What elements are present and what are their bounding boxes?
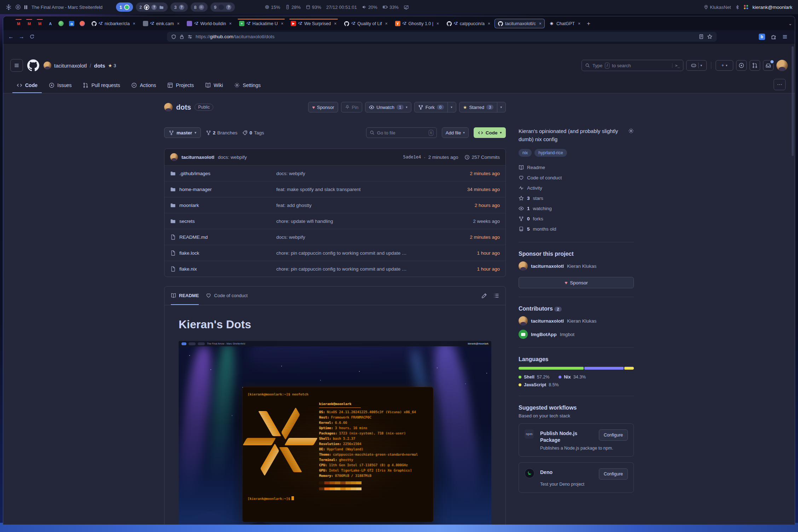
configure-button[interactable]: Configure — [599, 468, 628, 480]
lock-icon[interactable] — [179, 34, 184, 39]
list-all-tabs-icon[interactable]: ⌄ — [788, 21, 792, 26]
workspace-1[interactable]: 1 — [116, 2, 133, 12]
tab-issues[interactable]: Issues — [45, 78, 76, 93]
forks-link[interactable]: 0forks — [519, 214, 634, 223]
pinned-tab-outlook[interactable]: o — [67, 19, 76, 28]
pinned-tab-mail-1[interactable]: M — [14, 19, 23, 28]
pinned-tab-mail-2[interactable]: M — [24, 19, 34, 28]
back-button[interactable]: ← — [8, 34, 14, 40]
close-tab-icon[interactable]: × — [281, 21, 283, 26]
file-row[interactable]: README.md docs: webpify 2 minutes ago — [164, 229, 505, 245]
reader-mode-icon[interactable] — [699, 34, 704, 39]
bookmark-star-icon[interactable] — [707, 34, 712, 39]
file-row[interactable]: .github/images docs: webpify 2 minutes a… — [164, 165, 505, 181]
readme-screenshot[interactable]: The Final Arrow - Marc Streitenfeld kier… — [179, 341, 491, 525]
add-file-button[interactable]: Add file▾ — [442, 127, 469, 138]
create-new-button[interactable]: +▾ — [716, 60, 733, 71]
commit-history-link[interactable]: 257 Commits — [464, 155, 500, 160]
branch-selector[interactable]: master▾ — [164, 127, 201, 138]
contributor-row[interactable]: ImgBotApp Imgbot — [519, 330, 634, 339]
nix-tray-icon[interactable] — [6, 4, 12, 10]
file-row[interactable]: home-manager feat: make spotify and slac… — [164, 181, 505, 197]
file-name[interactable]: .github/images — [179, 171, 210, 176]
commit-hash[interactable]: 5ade1e4 — [403, 155, 421, 160]
tab-projects[interactable]: Projects — [163, 78, 198, 93]
file-name[interactable]: flake.nix — [179, 266, 197, 272]
file-row[interactable]: flake.nix chore: pin catppuccin config t… — [164, 261, 505, 277]
sponsor-avatar[interactable] — [519, 261, 528, 271]
configure-button[interactable]: Configure — [599, 429, 628, 441]
tab-hackatime[interactable]: + zZ Hackatime U × — [236, 19, 287, 28]
app-menu-icon[interactable] — [782, 34, 788, 40]
close-tab-icon[interactable]: × — [539, 21, 542, 26]
tab-ghostty[interactable]: Y zZ Ghostty 1.0 | × — [392, 19, 442, 28]
commit-author[interactable]: taciturnaxolotl — [181, 155, 214, 160]
reload-button[interactable] — [29, 34, 35, 39]
file-commit-message[interactable]: chore: pin catppuccin config to working … — [276, 266, 440, 272]
close-tab-icon[interactable]: × — [578, 21, 580, 26]
global-search-input[interactable]: Type / to search >_ — [582, 60, 683, 71]
stars-link[interactable]: 3stars — [519, 194, 634, 203]
repo-owner-avatar[interactable] — [164, 103, 173, 111]
file-name[interactable]: secrets — [179, 219, 195, 224]
language-shell[interactable]: Shell57.2% — [519, 375, 549, 380]
password-manager-icon[interactable]: b — [759, 34, 765, 40]
file-name[interactable]: home-manager — [179, 187, 212, 192]
breadcrumb-repo[interactable]: dots — [94, 63, 105, 69]
tab-chatgpt[interactable]: ✳ ChatGPT × — [546, 19, 584, 28]
workspace-3[interactable]: 3 ? — [170, 2, 187, 12]
readme-link[interactable]: Readme — [519, 163, 634, 172]
workspace-2[interactable]: 2 ? — [136, 2, 168, 12]
edit-about-gear-icon[interactable] — [628, 128, 634, 134]
tab-eink[interactable]: zZ eink.cam × — [140, 19, 183, 28]
tab-wiki[interactable]: Wiki — [201, 78, 227, 93]
owner-avatar[interactable] — [44, 62, 51, 69]
topic-hyprland-rice[interactable]: hyprland-rice — [534, 149, 567, 157]
file-name[interactable]: flake.lock — [179, 250, 199, 256]
code-button[interactable]: Code▾ — [474, 127, 506, 138]
file-commit-message[interactable]: docs: webpify — [276, 235, 440, 240]
code-of-conduct-tab[interactable]: Code of conduct — [206, 287, 248, 305]
url-bar[interactable]: https://github.com/taciturnaxolotl/dots — [167, 32, 717, 42]
close-tab-icon[interactable]: × — [334, 21, 336, 26]
workspace-9[interactable]: 9 ? — [210, 2, 235, 12]
command-palette-icon[interactable]: >_ — [672, 63, 680, 68]
bluetooth-icon[interactable] — [735, 5, 740, 10]
tab-actions[interactable]: Actions — [127, 78, 160, 93]
repo-name[interactable]: dots — [176, 103, 191, 111]
contributor-username[interactable]: ImgBotApp — [531, 332, 557, 337]
tray-app-icon[interactable] — [744, 5, 748, 9]
imgbot-avatar[interactable] — [519, 330, 528, 339]
pull-requests-button[interactable] — [750, 60, 760, 71]
code-of-conduct-link[interactable]: Code of conduct — [519, 173, 634, 182]
media-pause-icon[interactable] — [24, 5, 27, 9]
pin-button[interactable]: Pin — [341, 102, 363, 112]
file-commit-message[interactable]: chore: update wifi handling — [276, 219, 440, 224]
fork-dropdown[interactable]: ▾ — [447, 102, 452, 112]
tab-pull-requests[interactable]: Pull requests — [79, 78, 124, 93]
notifications-button[interactable] — [763, 60, 774, 71]
global-nav-menu-button[interactable] — [10, 59, 23, 72]
language-nix[interactable]: Nix34.3% — [559, 375, 586, 380]
latest-commit-row[interactable]: taciturnaxolotl docs: webpify 5ade1e4 · … — [164, 149, 505, 165]
starred-button[interactable]: ★Starred3▾ — [459, 102, 506, 112]
star-dropdown[interactable]: ▾ — [497, 102, 502, 112]
watching-link[interactable]: 1watching — [519, 204, 634, 213]
workspace-8[interactable]: 8 — [191, 2, 208, 12]
screen-off-icon[interactable] — [404, 5, 409, 10]
pinned-tab-leaf[interactable] — [56, 19, 66, 28]
outline-list-icon[interactable] — [493, 293, 499, 299]
close-tab-icon[interactable]: × — [229, 21, 232, 26]
readme-tab[interactable]: README — [171, 287, 199, 305]
tab-catppuccin[interactable]: zZ catppuccin/a × — [443, 19, 493, 28]
tab-taciturnaxolotl-active[interactable]: taciturnaxolotl/c × — [495, 19, 545, 28]
pinned-tab-mail-3[interactable]: M — [35, 19, 45, 28]
sponsor-button[interactable]: ♥Sponsor — [308, 102, 338, 112]
topic-nix[interactable]: nix — [519, 149, 532, 157]
file-row[interactable]: moonlark feat: add ghostty 2 hours ago — [164, 197, 505, 213]
extensions-puzzle-icon[interactable] — [771, 34, 776, 40]
network-indicator[interactable]: KlukasNet — [704, 5, 731, 10]
tab-settings[interactable]: Settings — [230, 78, 265, 93]
issues-button[interactable] — [736, 60, 747, 71]
contributor-avatar[interactable] — [519, 316, 528, 325]
